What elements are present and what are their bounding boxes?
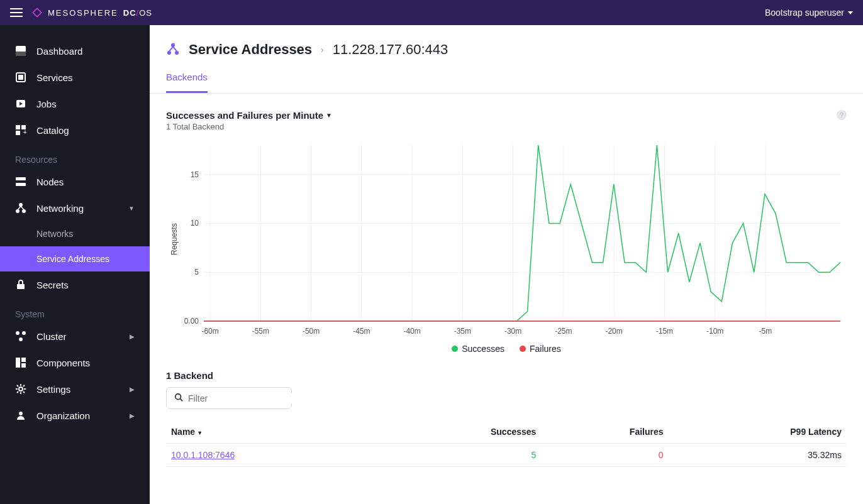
legend-failures: Failures [520,344,561,354]
svg-point-22 [19,387,23,391]
sidebar-item-label: Catalog [36,125,69,136]
sidebar-item-label: Settings [36,384,70,395]
sidebar-item-label: Nodes [36,177,64,187]
sidebar-item-label: Jobs [36,99,57,109]
svg-rect-20 [21,358,26,362]
svg-text:-30m: -30m [504,327,521,336]
svg-point-18 [19,337,23,341]
svg-text:15: 15 [191,170,199,179]
sidebar-item-label: Cluster [36,331,67,342]
svg-text:0.00: 0.00 [184,317,199,326]
sidebar-item-label: Networking [36,203,84,214]
svg-point-26 [175,51,179,55]
chevron-right-icon: ▶ [130,412,135,419]
dashboard-icon [15,45,26,57]
svg-line-61 [181,399,183,402]
sidebar-item-label: Organization [36,410,90,421]
dot-icon [520,346,526,352]
breadcrumb-root[interactable]: Service Addresses [189,41,312,58]
networking-icon [15,202,26,214]
svg-text:-35m: -35m [454,327,471,336]
svg-text:-40m: -40m [403,327,420,336]
chart-y-axis-label: Requests [166,139,179,340]
sidebar-item-networking[interactable]: Networking ▼ [0,195,150,221]
sidebar-item-label: Dashboard [36,46,82,57]
svg-rect-3 [18,75,23,80]
chevron-right-icon: ▶ [130,386,135,393]
column-latency[interactable]: P99 Latency [669,420,847,444]
chart-title: Successes and Failures per Minute [166,110,323,121]
breadcrumb-current: 11.228.177.60:443 [333,41,448,58]
organization-icon [15,410,26,421]
chart-canvas: 0.0051015-60m-55m-50m-45m-40m-35m-30m-25… [179,139,847,340]
svg-text:10: 10 [191,219,199,227]
cluster-icon [15,331,26,342]
sidebar-item-secrets[interactable]: Secrets [0,271,150,298]
svg-rect-15 [17,284,25,289]
sidebar-item-label: Networks [36,229,73,239]
sidebar-item-nodes[interactable]: Nodes [0,168,150,195]
sidebar-item-cluster[interactable]: Cluster ▶ [0,323,150,349]
table-row: 10.0.1.108:76465035.32ms [166,444,847,467]
svg-text:-10m: -10m [706,327,723,336]
svg-text:-60m: -60m [201,327,218,336]
service-addresses-icon [166,42,180,58]
svg-text:-45m: -45m [353,327,370,336]
column-successes[interactable]: Successes [380,420,541,444]
brand-dc: DC [123,8,136,18]
user-menu[interactable]: Bootstrap superuser [765,8,853,18]
gear-icon [15,383,26,395]
chevron-down-icon [848,11,853,14]
backend-link[interactable]: 10.0.1.108:7646 [171,450,235,460]
sidebar-item-networks[interactable]: Networks [0,221,150,246]
cell-failures: 0 [541,444,668,467]
user-label: Bootstrap superuser [765,8,844,18]
svg-point-60 [175,394,181,400]
backends-table: Name▼ Successes Failures P99 Latency 10.… [166,420,847,467]
svg-point-23 [19,412,23,415]
catalog-icon: + [15,124,26,136]
column-failures[interactable]: Failures [541,420,668,444]
lock-icon [15,279,26,290]
sidebar-section-resources: Resources [0,143,150,168]
svg-text:5: 5 [194,268,199,277]
svg-rect-11 [16,183,26,186]
chart-title-dropdown[interactable]: Successes and Failures per Minute ▼ [166,110,332,121]
sidebar-item-services[interactable]: Services [0,64,150,90]
services-icon [15,72,26,83]
dot-icon [452,346,458,352]
sidebar-item-dashboard[interactable]: Dashboard [0,38,150,64]
filter-input[interactable] [188,393,298,403]
chart-subtitle: 1 Total Backend [166,122,332,131]
jobs-icon [15,98,26,109]
column-name[interactable]: Name▼ [166,420,380,444]
svg-text:-5m: -5m [759,327,772,336]
cell-successes: 5 [380,444,541,467]
backends-count-title: 1 Backend [166,370,847,381]
svg-rect-21 [21,363,26,368]
breadcrumb-separator: › [321,45,324,55]
sidebar-item-label: Secrets [36,280,69,290]
sidebar-item-settings[interactable]: Settings ▶ [0,376,150,402]
svg-point-16 [16,331,19,335]
svg-rect-19 [16,358,20,368]
chevron-right-icon: ▶ [130,333,135,340]
tab-backends[interactable]: Backends [166,72,208,93]
filter-box[interactable] [166,387,292,409]
help-icon[interactable]: ? [837,110,847,120]
svg-text:-55m: -55m [252,327,269,336]
cell-latency: 35.32ms [669,444,847,467]
menu-toggle-icon[interactable] [10,8,23,17]
sidebar-item-service-addresses[interactable]: Service Addresses [0,246,150,271]
main-content: Service Addresses › 11.228.177.60:443 Ba… [150,25,863,504]
sidebar-section-system: System [0,298,150,323]
sidebar-item-organization[interactable]: Organization ▶ [0,402,150,429]
nodes-icon [15,176,26,187]
chart-legend: Successes Failures [166,344,847,354]
svg-text:-15m: -15m [656,327,673,336]
sidebar-item-jobs[interactable]: Jobs [0,90,150,117]
sidebar-item-catalog[interactable]: + Catalog [0,117,150,143]
sidebar-item-components[interactable]: Components [0,349,150,376]
svg-rect-6 [16,125,20,129]
svg-point-25 [167,51,171,55]
